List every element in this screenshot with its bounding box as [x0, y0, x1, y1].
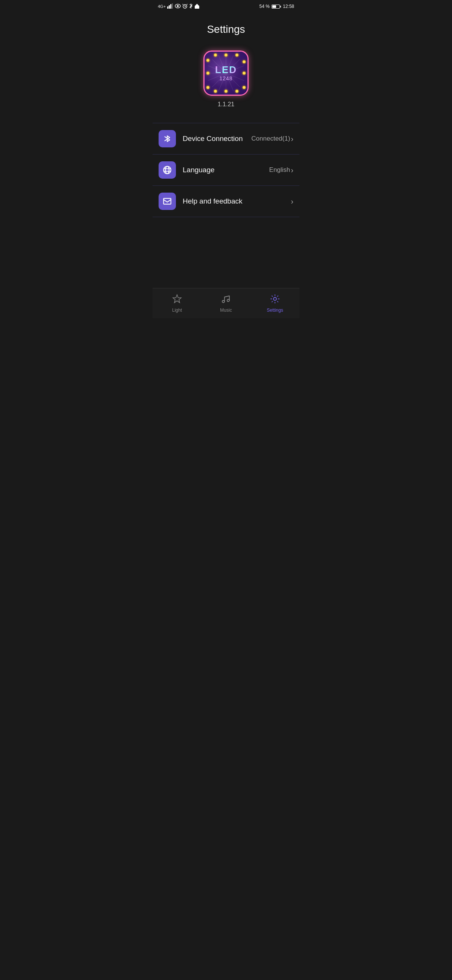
help-feedback-chevron: ›	[291, 197, 293, 206]
status-bar: 4G+	[152, 0, 300, 12]
language-chevron: ›	[291, 166, 293, 175]
svg-line-17	[212, 59, 226, 73]
svg-marker-28	[173, 295, 181, 303]
bluetooth-status-icon	[189, 3, 193, 10]
app-version: 1.1.21	[218, 101, 234, 108]
app-logo-container: LED 1248 1.1.21	[152, 43, 300, 123]
svg-rect-1	[169, 5, 170, 9]
bluetooth-icon	[162, 134, 172, 143]
battery-percent: 54 %	[260, 4, 270, 9]
light-tab-label: Light	[172, 307, 182, 313]
settings-tab-label: Settings	[267, 307, 283, 313]
svg-point-5	[177, 5, 179, 7]
svg-point-24	[165, 166, 169, 174]
eye-icon	[175, 4, 181, 9]
nav-item-music[interactable]: Music	[201, 291, 251, 316]
svg-point-31	[273, 298, 276, 301]
home-icon	[194, 3, 200, 10]
svg-rect-27	[163, 198, 171, 204]
svg-line-21	[226, 59, 240, 73]
status-right: 54 % 12:58	[260, 4, 294, 9]
nav-item-settings[interactable]: Settings	[251, 291, 300, 316]
mail-icon	[162, 196, 172, 206]
globe-icon	[162, 165, 172, 175]
svg-point-23	[163, 166, 171, 174]
language-label: Language	[183, 166, 269, 174]
signal-icon	[167, 3, 173, 10]
menu-item-help-feedback[interactable]: Help and feedback ›	[152, 186, 300, 217]
svg-line-13	[212, 73, 226, 87]
help-feedback-value: ›	[291, 197, 293, 206]
language-value: English ›	[269, 166, 293, 175]
help-feedback-label: Help and feedback	[183, 197, 291, 205]
nav-item-light[interactable]: Light	[152, 291, 201, 316]
music-tab-icon	[221, 294, 231, 306]
bottom-nav: Light Music Settings	[152, 288, 300, 318]
settings-tab-icon	[270, 294, 280, 306]
menu-item-language[interactable]: Language English ›	[152, 154, 300, 185]
device-connection-chevron: ›	[291, 135, 293, 143]
light-tab-icon	[172, 294, 182, 306]
alarm-icon	[182, 3, 187, 10]
status-left: 4G+	[158, 3, 200, 10]
page-title: Settings	[152, 12, 300, 43]
bluetooth-icon-wrap	[159, 130, 176, 147]
music-tab-label: Music	[220, 307, 232, 313]
svg-rect-0	[167, 6, 168, 9]
clock: 12:58	[283, 4, 294, 9]
network-icon: 4G+	[158, 4, 166, 9]
svg-rect-2	[170, 4, 171, 9]
svg-point-29	[222, 301, 225, 303]
battery-icon	[271, 5, 281, 9]
device-connection-label: Device Connection	[183, 135, 251, 143]
menu-item-device-connection[interactable]: Device Connection Connected(1) ›	[152, 123, 300, 154]
divider-3	[152, 217, 300, 217]
svg-line-9	[226, 73, 240, 87]
svg-rect-3	[172, 3, 173, 9]
device-connection-value: Connected(1) ›	[251, 135, 293, 143]
app-logo: LED 1248	[203, 51, 249, 96]
globe-icon-wrap	[159, 161, 176, 179]
mail-icon-wrap	[159, 192, 176, 210]
